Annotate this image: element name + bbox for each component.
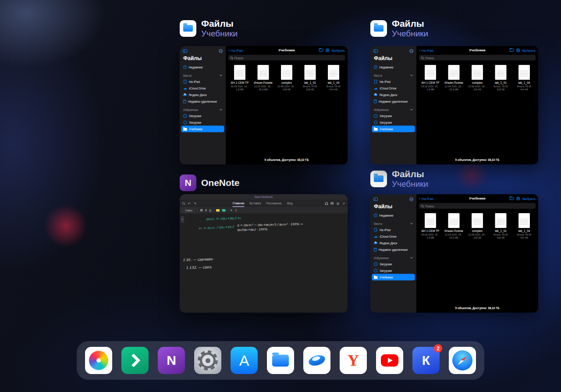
sidebar-item-uchebniki-selected[interactable]: Учебники (372, 274, 415, 281)
app-card-files-3[interactable]: Файлы Недавние Места На iPad iCloud Driv… (370, 194, 538, 313)
file-item[interactable]: lab_1_04 Вчера, 09:35 414 КБ (323, 65, 344, 91)
sidebar-item-recents[interactable]: Недавние (180, 64, 226, 71)
pen-color-icon[interactable] (222, 209, 226, 212)
sidebar-section-places[interactable]: Места (370, 221, 416, 227)
bold-icon[interactable]: Ж (200, 209, 203, 212)
dock-app-photos[interactable] (85, 347, 112, 374)
dock-app-onenote[interactable]: N (158, 347, 185, 374)
view-grid-icon[interactable] (516, 197, 520, 200)
sidebar-toggle-icon[interactable] (373, 50, 378, 53)
app-card-onenote[interactable]: Ilya's Notebook ↶ ↷ Главная Вставка Рисо… (180, 194, 348, 313)
tab-home[interactable]: Главная (233, 200, 245, 207)
back-button[interactable]: ‹ На iPad (419, 196, 459, 200)
sidebar-section-favorites[interactable]: Избранные (370, 255, 416, 261)
sidebar-item-on-ipad[interactable]: На iPad (370, 227, 416, 233)
note-canvas[interactable]: m₁v₁ = (m₁+m₂)·v₂ v₂ = m₁v₁ / (m₁+m₂) η … (180, 214, 348, 313)
search-field[interactable]: Поиск (228, 55, 345, 61)
dock-app-yandex-disk[interactable] (303, 347, 330, 374)
file-item[interactable]: lab_1_04 Вчера, 09:35 414 КБ (513, 65, 535, 91)
dock-app-settings[interactable] (194, 347, 221, 374)
file-item[interactable]: АН 1 СЕМ ТР 05.09.2020, 19... 1,8 МБ (229, 65, 251, 91)
highlighter-icon[interactable] (216, 209, 220, 212)
new-folder-icon[interactable] (319, 49, 323, 52)
redo-icon[interactable]: ↷ (194, 202, 196, 205)
minus-circle-icon[interactable] (410, 197, 414, 201)
file-item[interactable]: lab_1_01 Вчера, 09:35 518 КБ (299, 65, 321, 91)
numbered-list-icon[interactable]: ⋮ (234, 209, 238, 212)
sidebar-toggle-icon[interactable] (183, 50, 187, 53)
search-icon[interactable] (182, 202, 185, 205)
back-button[interactable]: ‹ На iPad (419, 48, 459, 52)
file-item[interactable]: complex 22.08.2020, 18... 218 КБ (466, 213, 488, 239)
file-item[interactable]: Ильин-Позняк 12.09.2020, 18... 25,9 МБ (443, 65, 465, 91)
new-folder-icon[interactable] (509, 197, 514, 200)
font-selector[interactable]: Calibri (182, 208, 195, 213)
tab-view[interactable]: Вид (287, 200, 293, 207)
dock-app-youtube[interactable] (376, 347, 403, 374)
file-item[interactable]: lab_1_01 Вчера, 09:35 518 КБ (490, 65, 512, 91)
sidebar-item-downloads-1[interactable]: Загрузки (370, 113, 416, 119)
dock-app-files[interactable] (267, 347, 294, 374)
italic-icon[interactable]: К (205, 209, 207, 212)
sidebar-section-places[interactable]: Места (370, 73, 416, 78)
share-icon[interactable]: ↗ (342, 202, 345, 205)
bell-icon[interactable] (325, 202, 328, 204)
sidebar-item-downloads-1[interactable]: Загрузки (180, 113, 226, 119)
minus-circle-icon[interactable] (219, 49, 223, 53)
app-card-files-2[interactable]: Файлы Недавние Места На iPad iCloud Driv… (370, 46, 538, 164)
sidebar-item-icloud-drive[interactable]: iCloud Drive (370, 233, 416, 240)
tab-draw[interactable]: Рисование (266, 200, 281, 207)
new-folder-icon[interactable] (509, 49, 514, 52)
file-item[interactable]: Ильин-Позняк 12.09.2020, 18... 25,9 МБ (443, 213, 465, 239)
app-card-files-1[interactable]: Файлы Недавние Места На iPad iCloud Driv… (180, 46, 348, 164)
back-button[interactable]: ‹ На iPad (228, 48, 268, 52)
sidebar-item-on-ipad[interactable]: На iPad (370, 78, 416, 85)
file-item[interactable]: Ильин-Позняк 12.09.2020, 18... 25,9 МБ (252, 65, 274, 91)
underline-icon[interactable]: Ч (209, 209, 211, 212)
file-item[interactable]: АН 1 СЕМ ТР 05.09.2020, 19... 1,8 МБ (419, 65, 441, 91)
view-grid-icon[interactable] (326, 49, 329, 52)
collapse-panel-button[interactable]: ‹ (181, 216, 184, 223)
sidebar-toggle-icon[interactable] (373, 198, 378, 201)
sidebar-item-downloads-2[interactable]: Загрузки (370, 267, 416, 274)
panel-icon[interactable] (330, 202, 334, 205)
sidebar-item-downloads-2[interactable]: Загрузки (370, 119, 416, 126)
tab-insert[interactable]: Вставка (249, 200, 261, 207)
dock-app-yandex[interactable]: Y (340, 347, 367, 374)
sidebar-item-downloads-1[interactable]: Загрузки (370, 261, 416, 267)
sidebar-section-favorites[interactable]: Избранные (370, 107, 416, 113)
file-item[interactable]: complex 22.08.2020, 18... 218 КБ (466, 65, 488, 91)
dock-app-k[interactable]: К 2 (412, 347, 440, 374)
dock-app-safari[interactable] (449, 347, 476, 374)
sidebar-item-recently-deleted[interactable]: Недавно удаленные (180, 98, 226, 105)
sidebar-item-uchebniki-selected[interactable]: Учебники (181, 126, 224, 132)
sidebar-item-uchebniki-selected[interactable]: Учебники (372, 126, 415, 132)
file-item[interactable]: lab_1_04 Вчера, 09:35 414 КБ (513, 213, 535, 239)
sidebar-item-recently-deleted[interactable]: Недавно удаленные (370, 246, 416, 253)
sidebar-item-yandex-disk[interactable]: Яндекс.Диск (370, 240, 416, 246)
bullet-list-icon[interactable]: ≡ (231, 209, 232, 212)
sidebar-item-downloads-2[interactable]: Загрузки (180, 119, 226, 126)
select-button[interactable]: Выбрать (522, 48, 536, 52)
sidebar-item-recents[interactable]: Недавние (370, 212, 416, 219)
sidebar-item-yandex-disk[interactable]: Яндекс.Диск (180, 92, 226, 98)
sidebar-section-favorites[interactable]: Избранные (180, 107, 226, 113)
sidebar-item-recents[interactable]: Недавние (370, 64, 416, 71)
select-button[interactable]: Выбрать (522, 196, 536, 200)
file-item[interactable]: complex 22.08.2020, 18... 218 КБ (276, 65, 298, 91)
sidebar-item-icloud-drive[interactable]: iCloud Drive (180, 85, 226, 92)
search-field[interactable]: Поиск (419, 55, 536, 61)
undo-icon[interactable]: ↶ (188, 202, 191, 205)
gear-icon[interactable]: ⚙ (336, 202, 339, 205)
dock-app-appstore[interactable]: A (231, 347, 258, 374)
dock-app-green-arrow[interactable] (121, 347, 149, 374)
search-field[interactable]: Поиск (419, 203, 536, 209)
sidebar-section-places[interactable]: Места (180, 73, 226, 78)
sidebar-item-on-ipad[interactable]: На iPad (180, 78, 226, 85)
sidebar-item-yandex-disk[interactable]: Яндекс.Диск (370, 92, 416, 98)
sidebar-item-recently-deleted[interactable]: Недавно удаленные (370, 98, 416, 105)
select-button[interactable]: Выбрать (332, 48, 345, 52)
file-item[interactable]: АН 1 СЕМ ТР 05.09.2020, 19... 1,8 МБ (419, 213, 441, 239)
sidebar-item-icloud-drive[interactable]: iCloud Drive (370, 85, 416, 92)
view-grid-icon[interactable] (516, 49, 520, 52)
